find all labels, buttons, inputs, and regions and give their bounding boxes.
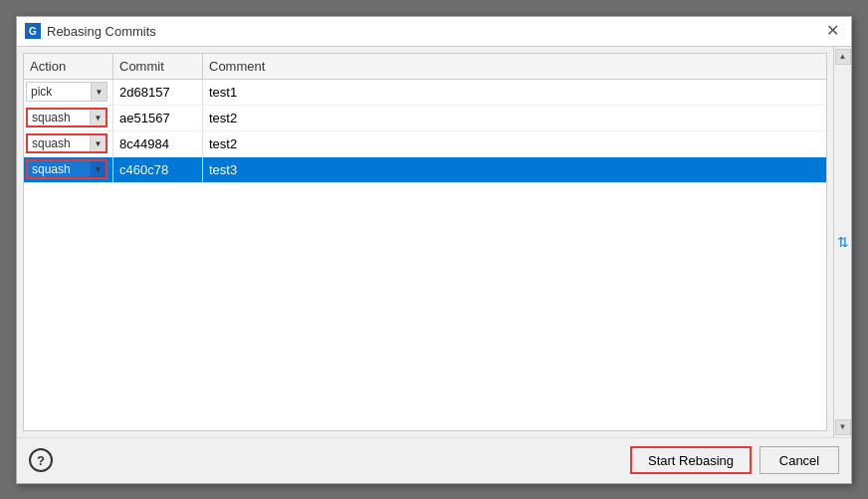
row-comment-cell: test1 xyxy=(203,80,826,105)
help-button[interactable]: ? xyxy=(29,448,53,472)
row-action-cell: pick ▼ xyxy=(24,80,113,105)
dialog-content: Action Commit Comment pick ▼ 2d68157 tes… xyxy=(17,47,851,437)
scroll-down-arrow[interactable]: ▼ xyxy=(835,419,851,435)
scroll-up-arrow[interactable]: ▲ xyxy=(835,49,851,65)
table-row[interactable]: squash ▼ ae51567 test2 xyxy=(24,106,826,131)
dialog-icon: G xyxy=(25,23,41,39)
action-value: squash xyxy=(28,111,90,125)
row-comment-cell: test2 xyxy=(203,106,826,130)
action-value: pick xyxy=(27,85,91,99)
row-action-cell: squash ▼ xyxy=(24,157,113,182)
row-action-cell: squash ▼ xyxy=(24,131,113,156)
dropdown-arrow[interactable]: ▼ xyxy=(90,110,106,125)
row-commit-cell: c460c78 xyxy=(113,157,203,182)
table-row[interactable]: squash ▼ 8c44984 test2 xyxy=(24,131,826,157)
action-dropdown[interactable]: squash ▼ xyxy=(26,133,108,153)
commits-table: Action Commit Comment pick ▼ 2d68157 tes… xyxy=(23,53,827,431)
header-action: Action xyxy=(24,54,113,79)
row-commit-cell: 8c44984 xyxy=(113,131,203,156)
title-bar-left: G Rebasing Commits xyxy=(25,23,156,39)
dropdown-arrow[interactable]: ▼ xyxy=(90,135,106,151)
row-commit-cell: ae51567 xyxy=(113,106,203,130)
action-dropdown[interactable]: squash ▼ xyxy=(26,159,108,179)
table-row[interactable]: pick ▼ 2d68157 test1 xyxy=(24,80,826,106)
rebase-dialog: G Rebasing Commits ✕ Action Commit Comme… xyxy=(16,16,852,484)
action-dropdown[interactable]: squash ▼ xyxy=(26,108,108,127)
action-value: squash xyxy=(28,136,90,150)
scroll-icon: ⇅ xyxy=(837,234,849,250)
row-action-cell: squash ▼ xyxy=(24,106,113,130)
action-value: squash xyxy=(28,162,90,176)
action-dropdown[interactable]: pick ▼ xyxy=(26,82,108,102)
row-comment-cell: test3 xyxy=(203,157,826,182)
row-commit-cell: 2d68157 xyxy=(113,80,203,105)
close-button[interactable]: ✕ xyxy=(822,21,843,41)
table-header: Action Commit Comment xyxy=(24,54,826,80)
scrollbar: ▲ ⇅ ▼ xyxy=(833,47,851,437)
table-body: pick ▼ 2d68157 test1 squash ▼ ae51567 te… xyxy=(24,80,826,430)
dropdown-arrow[interactable]: ▼ xyxy=(91,83,107,101)
dropdown-arrow[interactable]: ▼ xyxy=(90,161,106,177)
title-bar: G Rebasing Commits ✕ xyxy=(17,17,851,47)
dialog-footer: ? Start Rebasing Cancel xyxy=(17,437,851,483)
start-rebase-button[interactable]: Start Rebasing xyxy=(630,446,752,474)
footer-buttons: Start Rebasing Cancel xyxy=(630,446,839,474)
header-comment: Comment xyxy=(203,54,826,79)
cancel-button[interactable]: Cancel xyxy=(760,446,839,474)
dialog-title: Rebasing Commits xyxy=(47,24,156,39)
scroll-middle: ⇅ xyxy=(837,65,849,419)
table-row[interactable]: squash ▼ c460c78 test3 xyxy=(24,157,826,183)
row-comment-cell: test2 xyxy=(203,131,826,156)
header-commit: Commit xyxy=(113,54,203,79)
